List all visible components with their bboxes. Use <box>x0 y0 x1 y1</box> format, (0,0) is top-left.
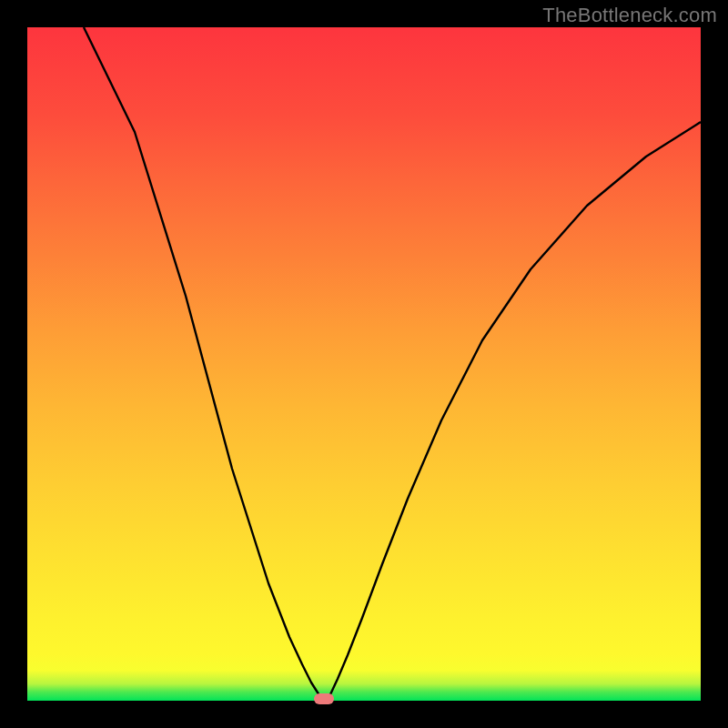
curve-path <box>84 27 701 701</box>
plot-area <box>27 27 701 701</box>
chart-frame: TheBottleneck.com <box>0 0 728 728</box>
optimal-point-marker <box>314 693 334 704</box>
watermark-text: TheBottleneck.com <box>542 4 717 27</box>
bottleneck-curve <box>27 27 701 701</box>
